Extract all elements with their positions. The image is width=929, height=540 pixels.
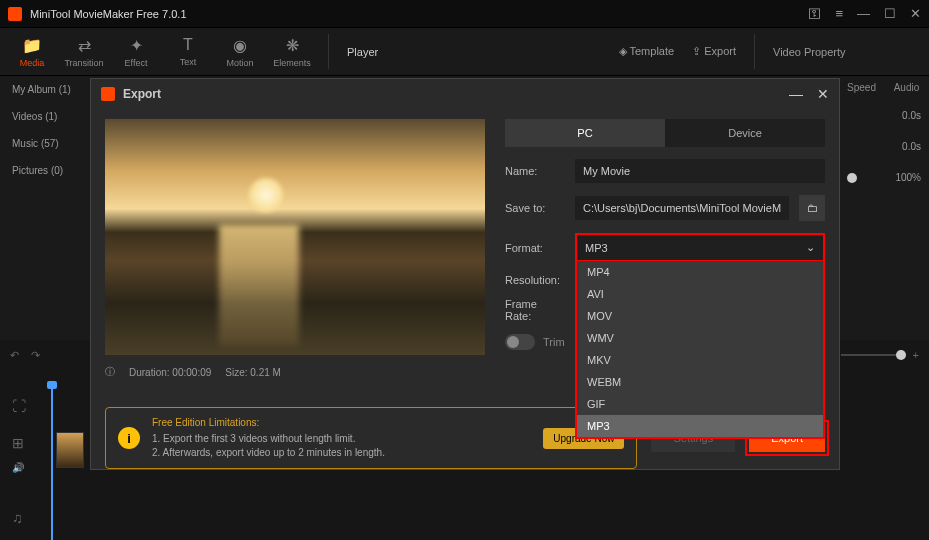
prop-value-3: 100% [895,172,921,183]
format-option-webm[interactable]: WEBM [577,371,823,393]
export-dialog: Export — ✕ ⓘ Duration: 00:00:09 Size: 0.… [90,78,840,470]
chevron-down-icon: ⌄ [806,241,815,254]
limitations-banner: i Free Edition Limitations: 1. Export th… [105,407,637,469]
sidebar-item-pictures[interactable]: Pictures (0) [0,157,90,184]
media-sidebar: My Album (1) Videos (1) Music (57) Pictu… [0,76,90,184]
tab-effect[interactable]: ✦Effect [110,32,162,71]
tab-device[interactable]: Device [665,119,825,147]
tab-text[interactable]: TText [162,32,214,71]
format-option-gif[interactable]: GIF [577,393,823,415]
dialog-logo-icon [101,87,115,101]
tab-transition[interactable]: ⇄Transition [58,32,110,71]
minimize-icon[interactable]: — [857,6,870,21]
format-option-wmv[interactable]: WMV [577,327,823,349]
redo-icon[interactable]: ↷ [31,349,40,362]
format-option-mkv[interactable]: MKV [577,349,823,371]
property-panel: Speed Audio 0.0s 0.0s 100% [839,76,929,193]
prop-value-2: 0.0s [902,141,921,152]
size-info: Size: 0.21 M [225,367,281,378]
name-input[interactable] [575,159,825,183]
menu-icon[interactable]: ≡ [835,6,843,21]
music-track-icon[interactable]: ♫ [12,510,23,526]
trim-toggle[interactable] [505,334,535,350]
app-title: MiniTool MovieMaker Free 7.0.1 [30,8,808,20]
format-dropdown: MP4 AVI MOV WMV MKV WEBM GIF MP3 [575,261,825,439]
limitations-line1: 1. Export the first 3 videos without len… [152,433,355,444]
dialog-close-icon[interactable]: ✕ [817,86,829,102]
template-button[interactable]: ◈ Template [619,45,675,58]
undo-icon[interactable]: ↶ [10,349,19,362]
volume-slider[interactable] [847,173,857,183]
folder-icon: 📁 [22,36,42,55]
info-icon: ⓘ [105,365,115,379]
sidebar-item-videos[interactable]: Videos (1) [0,103,90,130]
duration-info: Duration: 00:00:09 [129,367,211,378]
format-option-mp4[interactable]: MP4 [577,261,823,283]
tab-elements[interactable]: ❋Elements [266,32,318,71]
name-label: Name: [505,165,565,177]
video-track-icon[interactable]: ⊞ [12,435,24,451]
format-label: Format: [505,242,565,254]
transition-icon: ⇄ [78,36,91,55]
dialog-minimize-icon[interactable]: — [789,86,803,102]
resolution-label: Resolution: [505,274,565,286]
tab-pc[interactable]: PC [505,119,665,147]
video-property-label: Video Property [759,28,929,75]
close-icon[interactable]: ✕ [910,6,921,21]
crop-icon[interactable]: ⛶ [12,398,26,414]
format-option-avi[interactable]: AVI [577,283,823,305]
titlebar: MiniTool MovieMaker Free 7.0.1 ⚿ ≡ — ☐ ✕ [0,0,929,28]
playhead[interactable] [51,385,53,540]
key-icon[interactable]: ⚿ [808,6,821,21]
saveto-label: Save to: [505,202,565,214]
format-option-mov[interactable]: MOV [577,305,823,327]
sidebar-item-myalbum[interactable]: My Album (1) [0,76,90,103]
warning-icon: i [118,427,140,449]
sidebar-item-music[interactable]: Music (57) [0,130,90,157]
tab-media[interactable]: 📁Media [6,32,58,71]
browse-folder-button[interactable]: 🗀 [799,195,825,221]
effect-icon: ✦ [130,36,143,55]
format-option-mp3[interactable]: MP3 [577,415,823,437]
maximize-icon[interactable]: ☐ [884,6,896,21]
main-toolbar: 📁Media ⇄Transition ✦Effect TText ◉Motion… [0,28,929,76]
text-icon: T [183,36,193,54]
limitations-title: Free Edition Limitations: [152,416,531,430]
zoom-in-icon[interactable]: + [913,349,919,361]
tab-audio[interactable]: Audio [884,76,929,100]
framerate-label: Frame Rate: [505,298,565,322]
timeline-clip[interactable] [56,432,84,468]
prop-value-1: 0.0s [902,110,921,121]
trim-label: Trim [543,336,565,348]
tab-speed[interactable]: Speed [839,76,884,100]
zoom-slider[interactable] [896,350,906,360]
tab-motion[interactable]: ◉Motion [214,32,266,71]
audio-track-icon[interactable]: 🔊 [12,462,24,473]
limitations-line2: 2. Afterwards, export video up to 2 minu… [152,447,385,458]
dialog-title: Export [123,87,789,101]
player-label: Player [347,46,378,58]
saveto-input[interactable] [575,196,789,220]
motion-icon: ◉ [233,36,247,55]
elements-icon: ❋ [286,36,299,55]
format-select[interactable]: MP3 ⌄ [575,233,825,262]
export-toolbar-button[interactable]: ⇪ Export [692,45,736,58]
preview-image [105,119,485,355]
folder-icon: 🗀 [807,202,818,214]
app-logo-icon [8,7,22,21]
